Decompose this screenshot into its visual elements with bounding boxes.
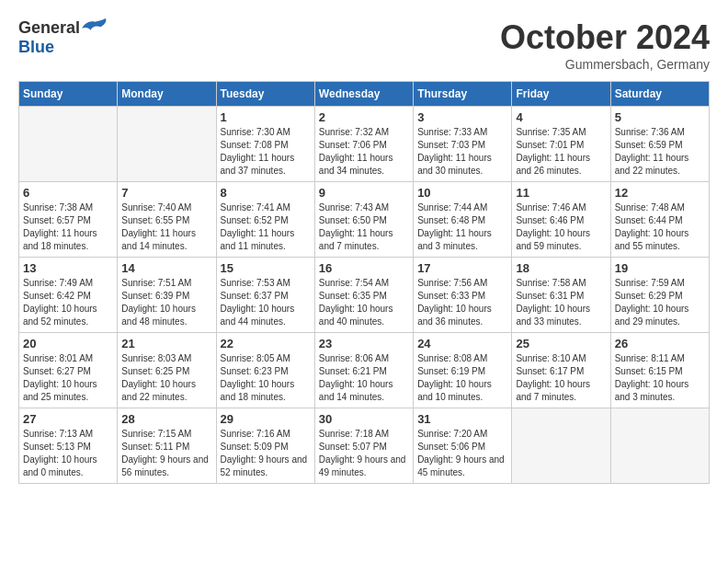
- day-info: Sunrise: 7:43 AMSunset: 6:50 PMDaylight:…: [319, 201, 409, 253]
- calendar-cell: 8Sunrise: 7:41 AMSunset: 6:52 PMDaylight…: [216, 182, 314, 258]
- day-info: Sunrise: 7:54 AMSunset: 6:35 PMDaylight:…: [319, 277, 409, 328]
- day-header-saturday: Saturday: [610, 82, 709, 107]
- logo-general: General: [18, 19, 80, 38]
- day-number: 30: [319, 412, 409, 426]
- calendar-cell: [512, 408, 610, 484]
- day-info: Sunrise: 7:40 AMSunset: 6:55 PMDaylight:…: [121, 201, 211, 253]
- calendar-cell: 5Sunrise: 7:36 AMSunset: 6:59 PMDaylight…: [610, 107, 709, 182]
- day-info: Sunrise: 7:15 AMSunset: 5:11 PMDaylight:…: [121, 428, 211, 479]
- day-info: Sunrise: 7:59 AMSunset: 6:29 PMDaylight:…: [615, 277, 705, 328]
- day-number: 23: [319, 337, 409, 350]
- day-number: 29: [221, 412, 311, 426]
- day-number: 5: [615, 110, 705, 124]
- day-info: Sunrise: 7:46 AMSunset: 6:46 PMDaylight:…: [516, 201, 606, 253]
- day-number: 28: [121, 412, 211, 426]
- day-info: Sunrise: 7:48 AMSunset: 6:44 PMDaylight:…: [615, 201, 705, 253]
- day-number: 14: [121, 261, 211, 275]
- calendar-cell: 26Sunrise: 8:11 AMSunset: 6:15 PMDayligh…: [610, 333, 709, 408]
- calendar-cell: 13Sunrise: 7:49 AMSunset: 6:42 PMDayligh…: [19, 258, 118, 333]
- day-number: 7: [121, 186, 211, 200]
- day-number: 15: [221, 261, 311, 275]
- calendar-cell: 15Sunrise: 7:53 AMSunset: 6:37 PMDayligh…: [216, 258, 314, 333]
- day-header-friday: Friday: [512, 82, 610, 107]
- day-number: 24: [417, 337, 507, 350]
- calendar-cell: [118, 107, 216, 182]
- day-info: Sunrise: 7:18 AMSunset: 5:07 PMDaylight:…: [319, 428, 409, 479]
- day-info: Sunrise: 8:10 AMSunset: 6:17 PMDaylight:…: [516, 352, 606, 404]
- calendar-cell: 17Sunrise: 7:56 AMSunset: 6:33 PMDayligh…: [414, 258, 512, 333]
- day-number: 18: [516, 261, 606, 275]
- day-info: Sunrise: 8:01 AMSunset: 6:27 PMDaylight:…: [23, 352, 113, 404]
- day-info: Sunrise: 7:32 AMSunset: 7:06 PMDaylight:…: [319, 126, 409, 178]
- day-info: Sunrise: 7:53 AMSunset: 6:37 PMDaylight:…: [221, 277, 311, 328]
- logo-bird-icon: [82, 18, 108, 39]
- calendar-cell: 23Sunrise: 8:06 AMSunset: 6:21 PMDayligh…: [314, 333, 413, 408]
- title-area: October 2024 Gummersbach, Germany: [500, 18, 710, 72]
- calendar-week-5: 27Sunrise: 7:13 AMSunset: 5:13 PMDayligh…: [19, 408, 710, 484]
- calendar-cell: 9Sunrise: 7:43 AMSunset: 6:50 PMDaylight…: [314, 182, 413, 258]
- logo: General Blue: [18, 18, 108, 57]
- calendar-cell: 4Sunrise: 7:35 AMSunset: 7:01 PMDaylight…: [512, 107, 610, 182]
- day-number: 16: [319, 261, 409, 275]
- calendar-cell: 29Sunrise: 7:16 AMSunset: 5:09 PMDayligh…: [216, 408, 314, 484]
- calendar-week-1: 1Sunrise: 7:30 AMSunset: 7:08 PMDaylight…: [19, 107, 710, 182]
- day-number: 31: [417, 412, 507, 426]
- day-info: Sunrise: 7:20 AMSunset: 5:06 PMDaylight:…: [417, 428, 507, 479]
- calendar-body: 1Sunrise: 7:30 AMSunset: 7:08 PMDaylight…: [19, 107, 710, 484]
- calendar-cell: 14Sunrise: 7:51 AMSunset: 6:39 PMDayligh…: [118, 258, 216, 333]
- calendar-table: SundayMondayTuesdayWednesdayThursdayFrid…: [18, 81, 710, 484]
- day-info: Sunrise: 7:44 AMSunset: 6:48 PMDaylight:…: [417, 201, 507, 253]
- day-info: Sunrise: 7:58 AMSunset: 6:31 PMDaylight:…: [516, 277, 606, 328]
- day-header-wednesday: Wednesday: [314, 82, 413, 107]
- day-number: 21: [121, 337, 211, 350]
- calendar-week-4: 20Sunrise: 8:01 AMSunset: 6:27 PMDayligh…: [19, 333, 710, 408]
- day-number: 12: [615, 186, 705, 200]
- day-number: 22: [221, 337, 311, 350]
- header: General Blue October 2024 Gummersbach, G…: [18, 18, 710, 72]
- calendar-cell: 18Sunrise: 7:58 AMSunset: 6:31 PMDayligh…: [512, 258, 610, 333]
- day-info: Sunrise: 7:30 AMSunset: 7:08 PMDaylight:…: [221, 126, 311, 178]
- calendar-cell: 21Sunrise: 8:03 AMSunset: 6:25 PMDayligh…: [118, 333, 216, 408]
- calendar-week-2: 6Sunrise: 7:38 AMSunset: 6:57 PMDaylight…: [19, 182, 710, 258]
- calendar-cell: 19Sunrise: 7:59 AMSunset: 6:29 PMDayligh…: [610, 258, 709, 333]
- day-info: Sunrise: 7:56 AMSunset: 6:33 PMDaylight:…: [417, 277, 507, 328]
- day-number: 19: [615, 261, 705, 275]
- calendar-header-row: SundayMondayTuesdayWednesdayThursdayFrid…: [19, 82, 710, 107]
- calendar-cell: 1Sunrise: 7:30 AMSunset: 7:08 PMDaylight…: [216, 107, 314, 182]
- day-info: Sunrise: 7:41 AMSunset: 6:52 PMDaylight:…: [221, 201, 311, 253]
- day-info: Sunrise: 7:13 AMSunset: 5:13 PMDaylight:…: [23, 428, 113, 479]
- day-number: 26: [615, 337, 705, 350]
- day-number: 20: [23, 337, 113, 350]
- day-info: Sunrise: 7:38 AMSunset: 6:57 PMDaylight:…: [23, 201, 113, 253]
- day-info: Sunrise: 7:33 AMSunset: 7:03 PMDaylight:…: [417, 126, 507, 178]
- day-info: Sunrise: 8:05 AMSunset: 6:23 PMDaylight:…: [221, 352, 311, 404]
- calendar-cell: [610, 408, 709, 484]
- day-number: 10: [417, 186, 507, 200]
- day-header-monday: Monday: [118, 82, 216, 107]
- calendar-cell: 7Sunrise: 7:40 AMSunset: 6:55 PMDaylight…: [118, 182, 216, 258]
- day-info: Sunrise: 7:35 AMSunset: 7:01 PMDaylight:…: [516, 126, 606, 178]
- day-info: Sunrise: 8:03 AMSunset: 6:25 PMDaylight:…: [121, 352, 211, 404]
- month-title: October 2024: [500, 18, 710, 57]
- calendar-cell: 22Sunrise: 8:05 AMSunset: 6:23 PMDayligh…: [216, 333, 314, 408]
- day-info: Sunrise: 7:36 AMSunset: 6:59 PMDaylight:…: [615, 126, 705, 178]
- day-header-sunday: Sunday: [19, 82, 118, 107]
- day-number: 17: [417, 261, 507, 275]
- calendar-cell: 3Sunrise: 7:33 AMSunset: 7:03 PMDaylight…: [414, 107, 512, 182]
- calendar-cell: 27Sunrise: 7:13 AMSunset: 5:13 PMDayligh…: [19, 408, 118, 484]
- day-number: 2: [319, 110, 409, 124]
- day-number: 6: [23, 186, 113, 200]
- calendar-week-3: 13Sunrise: 7:49 AMSunset: 6:42 PMDayligh…: [19, 258, 710, 333]
- day-number: 13: [23, 261, 113, 275]
- day-number: 8: [221, 186, 311, 200]
- day-number: 11: [516, 186, 606, 200]
- day-number: 9: [319, 186, 409, 200]
- calendar-cell: 16Sunrise: 7:54 AMSunset: 6:35 PMDayligh…: [314, 258, 413, 333]
- day-info: Sunrise: 8:08 AMSunset: 6:19 PMDaylight:…: [417, 352, 507, 404]
- day-number: 25: [516, 337, 606, 350]
- calendar-cell: 30Sunrise: 7:18 AMSunset: 5:07 PMDayligh…: [314, 408, 413, 484]
- logo-blue: Blue: [18, 38, 54, 56]
- calendar-cell: 28Sunrise: 7:15 AMSunset: 5:11 PMDayligh…: [118, 408, 216, 484]
- calendar-cell: 10Sunrise: 7:44 AMSunset: 6:48 PMDayligh…: [414, 182, 512, 258]
- subtitle: Gummersbach, Germany: [500, 57, 710, 72]
